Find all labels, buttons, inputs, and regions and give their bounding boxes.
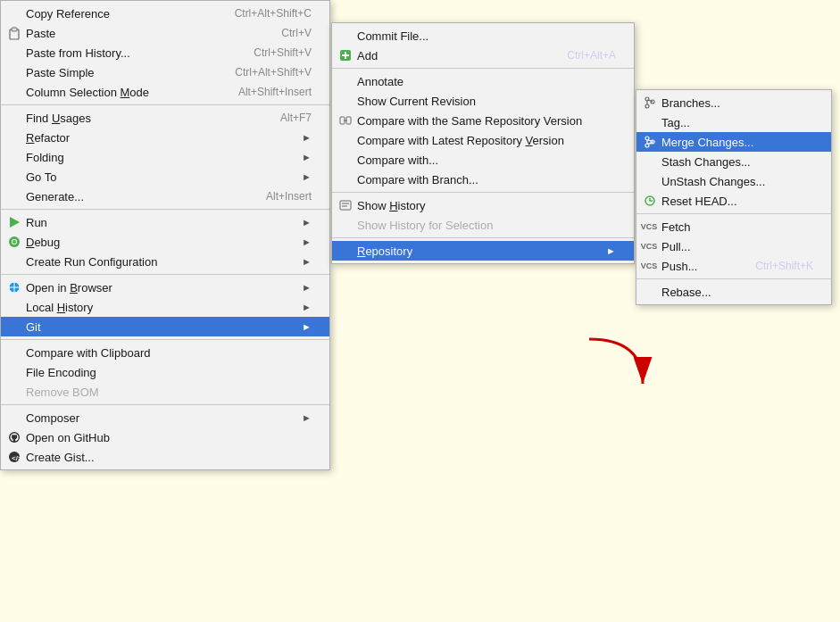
create-run-config-label: Create Run Configuration bbox=[26, 255, 157, 269]
pull-item[interactable]: VCS Pull... bbox=[636, 236, 831, 256]
compare-same-repo-item[interactable]: Compare with the Same Repository Version bbox=[332, 111, 634, 130]
paste-icon bbox=[6, 25, 22, 41]
compare-latest-repo-item[interactable]: Compare with Latest Repository Version bbox=[332, 130, 634, 150]
paste-from-history-label: Paste from History... bbox=[26, 46, 130, 60]
branches-label: Branches... bbox=[661, 96, 720, 110]
repo-sep-1 bbox=[636, 213, 831, 214]
run-label: Run bbox=[26, 216, 47, 229]
composer-arrow: ► bbox=[302, 412, 312, 423]
open-on-github-label: Open on GitHub bbox=[26, 431, 110, 444]
debug-arrow: ► bbox=[302, 236, 312, 247]
debug-item[interactable]: Debug ► bbox=[1, 232, 329, 252]
compare-latest-repo-label: Compare with Latest Repository Version bbox=[357, 134, 564, 147]
browser-icon bbox=[6, 279, 22, 295]
show-history-item[interactable]: Show History bbox=[332, 195, 634, 215]
file-encoding-label: File Encoding bbox=[26, 366, 96, 379]
composer-item[interactable]: Composer ► bbox=[1, 408, 329, 427]
red-arrow-indicator bbox=[571, 330, 661, 413]
local-history-item[interactable]: Local History ► bbox=[1, 297, 329, 317]
reset-head-label: Reset HEAD... bbox=[661, 195, 737, 208]
gist-icon: </> bbox=[6, 449, 22, 465]
file-encoding-item[interactable]: File Encoding bbox=[1, 362, 329, 382]
push-item[interactable]: VCS Push... Ctrl+Shift+K bbox=[636, 256, 831, 276]
show-current-revision-label: Show Current Revision bbox=[357, 95, 476, 108]
show-history-selection-item: Show History for Selection bbox=[332, 215, 634, 235]
tag-item[interactable]: Tag... bbox=[636, 112, 831, 132]
history-icon bbox=[337, 197, 353, 213]
generate-item[interactable]: Generate... Alt+Insert bbox=[1, 187, 329, 206]
git-item[interactable]: Git ► Commit File... Add Ctrl+Alt+A Anno… bbox=[1, 317, 329, 336]
copy-reference-item[interactable]: Copy Reference Ctrl+Alt+Shift+C bbox=[1, 4, 329, 23]
folding-item[interactable]: Folding ► bbox=[1, 147, 329, 167]
branches-icon bbox=[642, 95, 658, 111]
commit-file-item[interactable]: Commit File... bbox=[332, 26, 634, 46]
generate-label: Generate... bbox=[26, 190, 84, 203]
svg-point-24 bbox=[645, 144, 649, 147]
paste-shortcut: Ctrl+V bbox=[281, 27, 312, 39]
repo-sep-2 bbox=[636, 278, 831, 279]
local-history-label: Local History bbox=[26, 301, 93, 314]
stash-changes-item[interactable]: Stash Changes... bbox=[636, 152, 831, 171]
column-selection-shortcut: Alt+Shift+Insert bbox=[238, 86, 312, 98]
arrow-svg bbox=[571, 330, 661, 411]
stash-changes-label: Stash Changes... bbox=[661, 155, 751, 169]
git-sep-2 bbox=[332, 192, 634, 193]
separator-5 bbox=[1, 404, 329, 405]
add-shortcut: Ctrl+Alt+A bbox=[567, 49, 616, 62]
show-history-selection-label: Show History for Selection bbox=[357, 219, 493, 232]
git-arrow: ► bbox=[302, 321, 312, 332]
fetch-label: Fetch bbox=[661, 220, 691, 234]
open-on-github-item[interactable]: Open on GitHub bbox=[1, 427, 329, 447]
paste-simple-label: Paste Simple bbox=[26, 66, 95, 79]
git-sep-1 bbox=[332, 68, 634, 69]
column-selection-mode-item[interactable]: Column Selection Mode Alt+Shift+Insert bbox=[1, 82, 329, 102]
svg-point-5 bbox=[12, 240, 16, 244]
local-history-arrow: ► bbox=[302, 302, 312, 312]
compare-with-clipboard-label: Compare with Clipboard bbox=[26, 346, 150, 360]
branches-item[interactable]: Branches... bbox=[636, 93, 831, 112]
compare-with-branch-label: Compare with Branch... bbox=[357, 173, 478, 187]
find-usages-label: Find Usages bbox=[26, 112, 91, 125]
folding-label: Folding bbox=[26, 151, 64, 164]
paste-simple-item[interactable]: Paste Simple Ctrl+Alt+Shift+V bbox=[1, 62, 329, 82]
add-item[interactable]: Add Ctrl+Alt+A bbox=[332, 46, 634, 65]
refactor-item[interactable]: Refactor ► bbox=[1, 128, 329, 147]
paste-item[interactable]: Paste Ctrl+V bbox=[1, 23, 329, 43]
git-submenu: Commit File... Add Ctrl+Alt+A Annotate S… bbox=[331, 22, 635, 264]
push-vcs-icon: VCS bbox=[639, 258, 659, 274]
git-sep-3 bbox=[332, 237, 634, 238]
create-run-config-item[interactable]: Create Run Configuration ► bbox=[1, 252, 329, 271]
create-gist-item[interactable]: </> Create Gist... bbox=[1, 447, 329, 467]
go-to-item[interactable]: Go To ► bbox=[1, 167, 329, 187]
refactor-arrow: ► bbox=[302, 132, 312, 143]
repository-label: Repository bbox=[357, 245, 412, 258]
run-item[interactable]: Run ► bbox=[1, 212, 329, 232]
compare-same-repo-label: Compare with the Same Repository Version bbox=[357, 114, 582, 128]
repository-item[interactable]: Repository ► Branches... Tag... bbox=[332, 241, 634, 261]
reset-head-item[interactable]: Reset HEAD... bbox=[636, 191, 831, 211]
add-label: Add bbox=[357, 49, 378, 62]
create-gist-label: Create Gist... bbox=[26, 451, 95, 464]
separator-3 bbox=[1, 274, 329, 275]
separator-1 bbox=[1, 104, 329, 105]
compare-with-branch-item[interactable]: Compare with Branch... bbox=[332, 170, 634, 189]
unstash-changes-label: UnStash Changes... bbox=[661, 175, 765, 188]
annotate-item[interactable]: Annotate bbox=[332, 71, 634, 91]
separator-4 bbox=[1, 339, 329, 340]
rebase-item[interactable]: Rebase... bbox=[636, 282, 831, 302]
tag-label: Tag... bbox=[661, 116, 690, 129]
fetch-item[interactable]: VCS Fetch bbox=[636, 217, 831, 236]
compare-with-clipboard-item[interactable]: Compare with Clipboard bbox=[1, 343, 329, 362]
paste-from-history-item[interactable]: Paste from History... Ctrl+Shift+V bbox=[1, 43, 329, 62]
open-in-browser-item[interactable]: Open in Browser ► bbox=[1, 278, 329, 297]
merge-changes-item[interactable]: Merge Changes... bbox=[636, 132, 831, 152]
annotate-label: Annotate bbox=[357, 75, 403, 88]
show-current-revision-item[interactable]: Show Current Revision bbox=[332, 91, 634, 111]
debug-icon bbox=[6, 234, 22, 250]
compare-same-icon bbox=[337, 112, 353, 129]
find-usages-item[interactable]: Find Usages Alt+F7 bbox=[1, 108, 329, 128]
compare-with-item[interactable]: Compare with... bbox=[332, 150, 634, 170]
remove-bom-item: Remove BOM bbox=[1, 382, 329, 402]
paste-from-history-shortcut: Ctrl+Shift+V bbox=[254, 46, 312, 59]
unstash-changes-item[interactable]: UnStash Changes... bbox=[636, 171, 831, 191]
